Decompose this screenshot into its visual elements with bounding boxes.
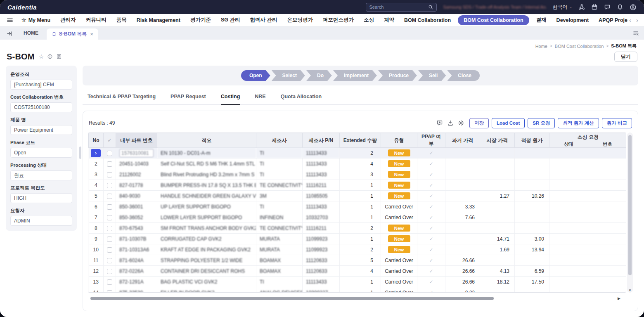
profile-icon[interactable] [630,4,637,11]
menu-item-커뮤니티[interactable]: 커뮤니티 [81,17,111,24]
table-row[interactable]: 10871-10313A6KRAFT AT EDGE IN PACKAGING … [89,244,627,255]
table-row[interactable]: 13872-1291ABAG PLASTIC VCI GVK2TI1111343… [89,277,627,287]
settings-gear-icon[interactable] [458,120,464,126]
action-button-저장[interactable]: 저장 [469,118,489,128]
menu-item-risk-management[interactable]: Risk Management [132,17,185,23]
field-value-input[interactable]: 완료 [10,170,72,180]
tab-technical-ppap-targeting[interactable]: Technical & PPAP Targeting [88,94,156,104]
column-header-ppap[interactable]: PPAP 여부 [417,133,445,148]
field-value-input[interactable]: Open [10,148,72,158]
table-row[interactable]: 220451-10403Self Cl-Nut SCL RD S M6 THK … [89,158,627,169]
calendar-icon[interactable] [591,4,598,10]
row-checkbox[interactable] [107,161,112,167]
field-value-input[interactable]: ADMIN [10,216,72,226]
hamburger-menu-icon[interactable] [7,17,13,24]
vertical-scrollbar[interactable]: ▼ [627,132,633,293]
action-button-sr-요청[interactable]: SR 요청 [528,118,555,128]
search-input[interactable] [369,5,428,9]
menu-item-결재[interactable]: 결재 [531,17,552,24]
scroll-right-icon[interactable]: ▶ [618,296,620,300]
menu-item-bom-collaboration[interactable]: BOM Collaboration [399,17,456,23]
tab-close-icon[interactable]: × [90,31,93,37]
field-value-input[interactable]: [Purchasing] CEM [10,80,72,90]
row-checkbox[interactable] [107,183,112,188]
column-header-desc[interactable]: 적요 [157,133,256,148]
tab-nre[interactable]: NRE [255,94,265,104]
menu-item-development[interactable]: Development [552,17,594,23]
close-page-button[interactable]: 닫기 [614,52,637,62]
row-checkbox[interactable] [107,215,112,220]
phase-step-produce[interactable]: Produce [378,70,417,81]
tab-sbom-list[interactable]: S-BOM 목록 × [47,28,98,40]
table-row[interactable]: 11871-6024ASTRAPPING POLYESTER 1/2 WIDEB… [89,255,627,266]
phase-step-open[interactable]: Open [241,70,270,81]
menu-item-퍼포먼스평가[interactable]: 퍼포먼스평가 [318,17,359,24]
chat-icon[interactable] [604,4,611,10]
row-checkbox[interactable] [107,151,112,156]
phase-step-implement[interactable]: Implement [333,70,377,81]
table-row[interactable]: 5840-9030HANDLE SCHNEIDER GREEN GALAXY V… [89,191,627,201]
row-checkbox[interactable] [107,194,112,199]
info-icon[interactable] [47,54,53,59]
tab-costing[interactable]: Costing [221,94,240,105]
field-value-input[interactable]: Power Equipment [10,125,72,135]
table-row[interactable]: ›1576310081EN 10130 - DC01-A-mTI11113433… [89,148,627,158]
column-header-select-all[interactable]: ✓ [104,133,116,148]
menu-item-관리자[interactable]: 관리자 [55,17,81,24]
table-row[interactable]: 321126002Blind Rivet Protruding HD 3.2mm… [89,169,627,180]
phase-step-sell[interactable]: Sell [418,70,446,81]
table-row[interactable]: 7850-36052LOWER LAYER SUPPORT BIGOPOINFI… [89,212,627,223]
field-value-input[interactable]: COST25100180 [10,102,72,112]
row-checkbox[interactable] [107,247,112,253]
tab-home[interactable]: HOME [17,30,45,36]
favorite-star-icon[interactable]: ☆ [39,53,44,60]
breadcrumb-item[interactable]: Home [535,44,547,49]
menu-item-평가기준[interactable]: 평가기준 [185,17,216,24]
action-button-최적-원가-계산[interactable]: 최적 원가 계산 [558,118,599,128]
table-row[interactable]: 9871-10307BCORRUGATED CAP GVK2MURATA1109… [89,234,627,244]
table-row[interactable]: 12872-0226ACONTAINER DRI DESICCANT ROHSB… [89,266,627,277]
menu-item-계약[interactable]: 계약 [379,17,399,24]
column-header-mfr-pn[interactable]: 제조사 P/N [303,133,340,148]
menu-item-소싱[interactable]: 소싱 [359,17,379,24]
action-button-원가-비교[interactable]: 원가 비교 [602,118,632,128]
field-value-input[interactable]: HIGH [10,193,72,203]
close-all-tabs-icon[interactable] [632,30,639,36]
menu-item-협력사-관리[interactable]: 협력사 관리 [245,17,282,24]
menu-item-sg-관리[interactable]: SG 관리 [216,17,245,24]
selected-row-indicator[interactable]: › [91,149,101,157]
part-number-input[interactable]: 1576310081 [119,149,154,157]
column-header-past-price[interactable]: 과거 가격 [445,133,480,148]
menu-item-온보딩평가[interactable]: 온보딩평가 [282,17,318,24]
breadcrumb-item[interactable]: S-BOM 목록 [611,43,637,49]
horizontal-scrollbar-thumb[interactable] [90,297,494,300]
vertical-scrollbar-thumb[interactable] [628,135,632,275]
tab-ppap-request[interactable]: PPAP Request [170,94,206,104]
menu-item-my-menu[interactable]: ☆My Menu [17,17,55,23]
menu-scroll-left-icon[interactable]: ‹ [629,17,631,24]
table-row[interactable]: 6850-36001UP LAYER SUPPORT BIGOPOTI11113… [89,201,627,212]
feedback-icon[interactable] [436,120,443,126]
scroll-down-icon[interactable]: ▼ [627,289,633,292]
table-row[interactable]: 4827-01778BUMPER PRESS-IN 17.8 SQ X 13.5… [89,180,627,191]
column-header-market-price[interactable]: 시장 가격 [480,133,515,148]
table-row[interactable]: 14875-33530FILLER IN DOOR GVK2ANALOG DEV… [89,287,627,293]
column-header-target-cost[interactable]: 적정 원가 [515,133,549,148]
column-header-type[interactable]: 유형 [381,133,417,148]
row-checkbox[interactable] [107,237,112,242]
collapse-sidebar-icon[interactable] [7,31,13,37]
tab-quota-allocation[interactable]: Quota Allocation [281,94,322,104]
row-checkbox[interactable] [107,204,112,210]
row-checkbox[interactable] [107,226,112,231]
phase-step-do[interactable]: Do [306,70,332,81]
menu-item-품목[interactable]: 품목 [111,17,132,24]
column-header-qty[interactable]: Extended 수량 [340,133,381,148]
summary-icon[interactable] [56,54,62,59]
global-search[interactable] [366,3,437,12]
row-checkbox[interactable] [107,258,112,263]
phase-step-close[interactable]: Close [447,70,480,81]
column-header-sourcing-no[interactable]: 번호 [588,141,627,148]
panel-resizer[interactable] [79,147,81,159]
notification-bell-icon[interactable] [617,4,623,10]
breadcrumb-item[interactable]: BOM Cost Collaboration [555,44,604,49]
